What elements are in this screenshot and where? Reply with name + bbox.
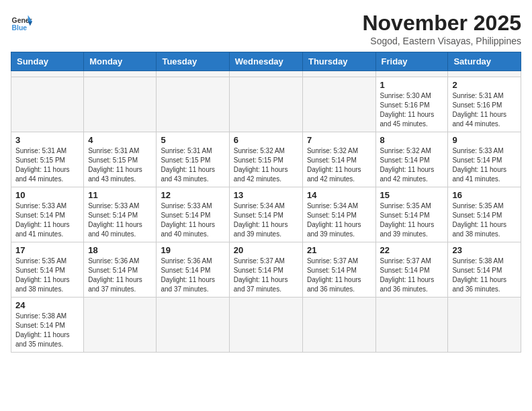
calendar-cell: 8Sunrise: 5:32 AMSunset: 5:14 PMDaylight… xyxy=(375,132,448,187)
header-tuesday: Tuesday xyxy=(157,52,229,71)
location-subtitle: Sogod, Eastern Visayas, Philippines xyxy=(362,36,521,46)
day-number: 14 xyxy=(307,190,371,200)
month-title: November 2025 xyxy=(362,11,521,36)
day-number: 1 xyxy=(380,80,444,90)
day-info: Sunrise: 5:34 AMSunset: 5:14 PMDaylight:… xyxy=(307,201,371,239)
calendar-cell: 4Sunrise: 5:31 AMSunset: 5:15 PMDaylight… xyxy=(84,132,157,187)
day-info: Sunrise: 5:35 AMSunset: 5:14 PMDaylight:… xyxy=(15,257,79,294)
calendar-cell: 3Sunrise: 5:31 AMSunset: 5:15 PMDaylight… xyxy=(11,132,84,187)
day-info: Sunrise: 5:32 AMSunset: 5:15 PMDaylight:… xyxy=(234,146,298,184)
header-friday: Friday xyxy=(375,52,448,71)
header-saturday: Saturday xyxy=(448,52,521,71)
calendar-cell: 11Sunrise: 5:33 AMSunset: 5:14 PMDayligh… xyxy=(84,187,157,242)
day-number: 15 xyxy=(380,190,444,200)
day-info: Sunrise: 5:36 AMSunset: 5:14 PMDaylight:… xyxy=(161,257,224,294)
calendar-cell xyxy=(302,71,375,77)
day-number: 16 xyxy=(452,190,517,200)
calendar-cell: 16Sunrise: 5:35 AMSunset: 5:14 PMDayligh… xyxy=(448,187,521,242)
calendar-cell: 2Sunrise: 5:31 AMSunset: 5:16 PMDaylight… xyxy=(448,77,521,132)
day-number: 9 xyxy=(452,135,517,145)
page-header: General Blue November 2025 Sogod, Easter… xyxy=(11,11,521,46)
day-number: 23 xyxy=(452,245,517,255)
day-number: 2 xyxy=(452,80,517,90)
calendar-cell: 9Sunrise: 5:33 AMSunset: 5:14 PMDaylight… xyxy=(448,132,521,187)
calendar-cell xyxy=(84,77,157,132)
day-info: Sunrise: 5:31 AMSunset: 5:15 PMDaylight:… xyxy=(88,146,152,184)
logo-icon: General Blue xyxy=(11,11,32,32)
calendar-cell xyxy=(375,71,448,77)
day-number: 11 xyxy=(88,190,152,200)
calendar-cell: 22Sunrise: 5:37 AMSunset: 5:14 PMDayligh… xyxy=(375,242,448,298)
calendar-cell: 23Sunrise: 5:38 AMSunset: 5:14 PMDayligh… xyxy=(448,242,521,298)
weekday-header-row: Sunday Monday Tuesday Wednesday Thursday… xyxy=(11,52,521,71)
logo: General Blue xyxy=(11,11,32,32)
day-info: Sunrise: 5:30 AMSunset: 5:16 PMDaylight:… xyxy=(380,91,444,129)
calendar-cell xyxy=(84,298,157,353)
calendar-cell xyxy=(157,298,229,353)
day-number: 13 xyxy=(234,190,298,200)
calendar-cell xyxy=(229,71,302,77)
calendar-cell: 19Sunrise: 5:36 AMSunset: 5:14 PMDayligh… xyxy=(157,242,229,298)
calendar-cell: 18Sunrise: 5:36 AMSunset: 5:14 PMDayligh… xyxy=(84,242,157,298)
calendar-cell: 7Sunrise: 5:32 AMSunset: 5:14 PMDaylight… xyxy=(302,132,375,187)
calendar-cell xyxy=(157,77,229,132)
day-info: Sunrise: 5:35 AMSunset: 5:14 PMDaylight:… xyxy=(452,201,517,239)
calendar-cell xyxy=(302,298,375,353)
calendar-cell xyxy=(229,298,302,353)
calendar-cell: 15Sunrise: 5:35 AMSunset: 5:14 PMDayligh… xyxy=(375,187,448,242)
day-info: Sunrise: 5:36 AMSunset: 5:14 PMDaylight:… xyxy=(88,257,152,294)
calendar-cell: 6Sunrise: 5:32 AMSunset: 5:15 PMDaylight… xyxy=(229,132,302,187)
day-info: Sunrise: 5:37 AMSunset: 5:14 PMDaylight:… xyxy=(380,257,444,294)
calendar-table: Sunday Monday Tuesday Wednesday Thursday… xyxy=(11,52,521,353)
calendar-row-5: 17Sunrise: 5:35 AMSunset: 5:14 PMDayligh… xyxy=(11,242,521,298)
header-monday: Monday xyxy=(84,52,157,71)
day-number: 8 xyxy=(380,135,444,145)
calendar-cell: 10Sunrise: 5:33 AMSunset: 5:14 PMDayligh… xyxy=(11,187,84,242)
calendar-cell: 12Sunrise: 5:33 AMSunset: 5:14 PMDayligh… xyxy=(157,187,229,242)
calendar-cell xyxy=(448,298,521,353)
day-info: Sunrise: 5:37 AMSunset: 5:14 PMDaylight:… xyxy=(234,257,298,294)
calendar-row-1 xyxy=(11,71,521,77)
calendar-row-4: 10Sunrise: 5:33 AMSunset: 5:14 PMDayligh… xyxy=(11,187,521,242)
day-number: 10 xyxy=(15,190,79,200)
calendar-cell: 17Sunrise: 5:35 AMSunset: 5:14 PMDayligh… xyxy=(11,242,84,298)
day-number: 12 xyxy=(161,190,224,200)
calendar-cell: 5Sunrise: 5:31 AMSunset: 5:15 PMDaylight… xyxy=(157,132,229,187)
day-info: Sunrise: 5:33 AMSunset: 5:14 PMDaylight:… xyxy=(452,146,517,184)
day-number: 20 xyxy=(234,245,298,255)
day-number: 22 xyxy=(380,245,444,255)
day-number: 6 xyxy=(234,135,298,145)
day-info: Sunrise: 5:32 AMSunset: 5:14 PMDaylight:… xyxy=(380,146,444,184)
day-info: Sunrise: 5:38 AMSunset: 5:14 PMDaylight:… xyxy=(452,257,517,294)
day-number: 3 xyxy=(15,135,79,145)
calendar-cell xyxy=(302,77,375,132)
day-info: Sunrise: 5:38 AMSunset: 5:14 PMDaylight:… xyxy=(15,312,79,349)
calendar-row-3: 3Sunrise: 5:31 AMSunset: 5:15 PMDaylight… xyxy=(11,132,521,187)
calendar-cell xyxy=(375,298,448,353)
day-info: Sunrise: 5:33 AMSunset: 5:14 PMDaylight:… xyxy=(161,201,224,239)
day-info: Sunrise: 5:34 AMSunset: 5:14 PMDaylight:… xyxy=(234,201,298,239)
day-info: Sunrise: 5:33 AMSunset: 5:14 PMDaylight:… xyxy=(88,201,152,239)
day-info: Sunrise: 5:31 AMSunset: 5:16 PMDaylight:… xyxy=(452,91,517,129)
calendar-cell xyxy=(448,71,521,77)
day-number: 5 xyxy=(161,135,224,145)
day-info: Sunrise: 5:31 AMSunset: 5:15 PMDaylight:… xyxy=(15,146,79,184)
day-number: 18 xyxy=(88,245,152,255)
calendar-row-2: 1Sunrise: 5:30 AMSunset: 5:16 PMDaylight… xyxy=(11,77,521,132)
calendar-cell xyxy=(11,77,84,132)
day-info: Sunrise: 5:37 AMSunset: 5:14 PMDaylight:… xyxy=(307,257,371,294)
calendar-cell: 14Sunrise: 5:34 AMSunset: 5:14 PMDayligh… xyxy=(302,187,375,242)
calendar-cell: 21Sunrise: 5:37 AMSunset: 5:14 PMDayligh… xyxy=(302,242,375,298)
day-number: 19 xyxy=(161,245,224,255)
calendar-row-6: 24Sunrise: 5:38 AMSunset: 5:14 PMDayligh… xyxy=(11,298,521,353)
day-number: 4 xyxy=(88,135,152,145)
day-number: 21 xyxy=(307,245,371,255)
calendar-cell xyxy=(229,77,302,132)
day-number: 24 xyxy=(15,300,79,310)
header-sunday: Sunday xyxy=(11,52,84,71)
calendar-cell xyxy=(84,71,157,77)
calendar-cell: 13Sunrise: 5:34 AMSunset: 5:14 PMDayligh… xyxy=(229,187,302,242)
calendar-cell: 24Sunrise: 5:38 AMSunset: 5:14 PMDayligh… xyxy=(11,298,84,353)
day-info: Sunrise: 5:33 AMSunset: 5:14 PMDaylight:… xyxy=(15,201,79,239)
header-wednesday: Wednesday xyxy=(229,52,302,71)
